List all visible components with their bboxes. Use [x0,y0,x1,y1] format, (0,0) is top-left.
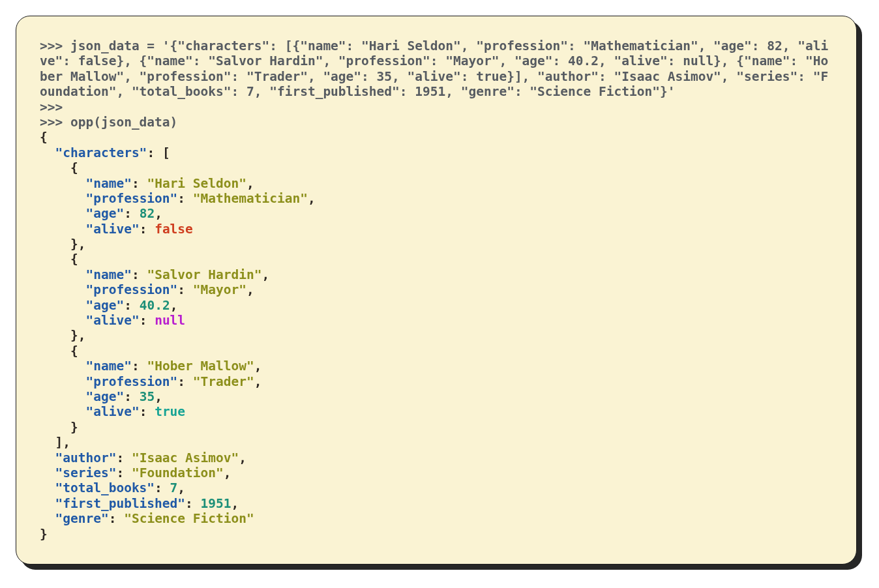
repl-assign-line: >>> json_data = '{"characters": [{"name"… [40,38,828,99]
json-num: 1951 [201,496,231,511]
json-colon: : [177,374,185,389]
json-key-name: "name" [85,359,131,374]
json-colon: : [177,282,185,297]
json-close-brace: } [70,420,78,435]
json-str: "Science Fiction" [124,511,254,526]
json-colon: : [109,511,117,526]
json-str: "Hari Seldon" [147,176,246,191]
json-key-age: "age" [85,206,124,221]
json-open-brace: { [70,160,78,175]
json-comma: , [177,480,185,495]
json-open-brace: { [40,130,48,145]
json-comma: , [254,359,262,374]
json-key-alive: "alive" [85,313,139,328]
json-colon: : [124,298,132,313]
json-str: "Salvor Hardin" [147,267,261,282]
json-close-brace: } [70,237,78,252]
json-key-author: "author" [55,450,116,465]
json-colon: : [185,496,193,511]
json-key-first-published: "first_published" [55,496,185,511]
json-colon: : [140,313,147,328]
json-num: 82 [140,206,155,221]
json-open-brace: { [70,252,78,267]
json-key-total-books: "total_books" [55,480,155,495]
json-num: 40.2 [140,298,170,313]
json-str: "Mayor" [193,282,246,297]
json-true: true [155,404,185,419]
json-str: "Foundation" [132,465,224,480]
terminal-card: >>> json_data = '{"characters": [{"name"… [16,16,857,565]
json-comma: , [254,374,262,389]
json-comma: , [246,282,254,297]
repl-call-line: >>> opp(json_data) [40,115,177,130]
json-comma: , [155,206,162,221]
json-colon: : [124,206,132,221]
json-key-genre: "genre" [55,511,108,526]
json-comma: , [262,267,270,282]
json-key-profession: "profession" [85,374,177,389]
json-str: "Hober Mallow" [147,359,254,374]
json-str: "Isaac Asimov" [132,450,239,465]
json-str: "Trader" [193,374,254,389]
json-key-alive: "alive" [85,222,139,237]
json-key-name: "name" [85,176,131,191]
json-colon: : [132,176,140,191]
json-comma: , [78,237,86,252]
json-colon: : [140,222,147,237]
json-comma: , [308,191,316,206]
json-colon: : [116,450,124,465]
json-colon: : [147,145,155,160]
json-comma: , [246,176,254,191]
json-key-series: "series" [55,465,116,480]
json-comma: , [155,389,162,404]
terminal-output: >>> json_data = '{"characters": [{"name"… [40,38,833,542]
repl-blank-prompt: >>> [40,100,63,115]
json-false: false [155,222,193,237]
json-comma: , [231,496,239,511]
json-open-bracket: [ [162,145,170,160]
json-key-characters: "characters" [55,145,147,160]
json-num: 7 [170,480,178,495]
json-key-profession: "profession" [85,282,177,297]
json-open-brace: { [70,344,78,359]
json-comma: , [78,328,86,343]
json-key-profession: "profession" [85,191,177,206]
json-close-brace: } [70,328,78,343]
json-colon: : [132,267,140,282]
json-key-age: "age" [85,298,124,313]
json-str: "Mathematician" [193,191,308,206]
json-key-age: "age" [85,389,124,404]
json-colon: : [177,191,185,206]
json-null: null [155,313,185,328]
json-comma: , [224,465,231,480]
json-comma: , [63,435,70,450]
json-key-alive: "alive" [85,404,139,419]
json-num: 35 [140,389,155,404]
json-colon: : [140,404,147,419]
json-colon: : [155,480,162,495]
json-colon: : [132,359,140,374]
json-close-bracket: ] [55,435,63,450]
json-colon: : [116,465,124,480]
json-key-name: "name" [85,267,131,282]
json-close-brace: } [40,527,48,542]
json-comma: , [170,298,178,313]
json-comma: , [239,450,246,465]
json-colon: : [124,389,132,404]
